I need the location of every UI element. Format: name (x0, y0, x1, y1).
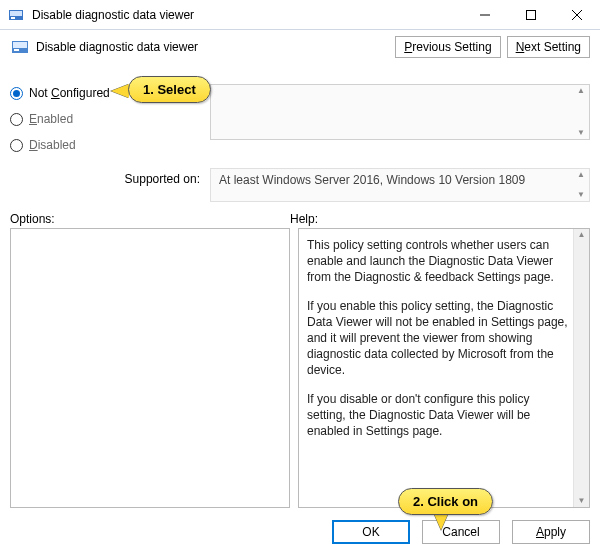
next-setting-button[interactable]: Next Setting (507, 36, 590, 58)
scrollbar[interactable]: ▲▼ (573, 169, 589, 201)
supported-on-label: Supported on: (10, 168, 210, 202)
scroll-down-icon[interactable]: ▼ (577, 189, 585, 201)
maximize-button[interactable] (508, 0, 554, 30)
annotation-tail-icon (434, 514, 448, 530)
radio-disabled[interactable]: Disabled (10, 138, 210, 152)
supported-on-text: At least Windows Server 2016, Windows 10… (219, 173, 525, 187)
app-icon (6, 5, 26, 25)
supported-row: Supported on: At least Windows Server 20… (0, 164, 600, 202)
section-labels: Options: Help: (0, 202, 600, 228)
annotation-click-on: 2. Click on (398, 488, 493, 515)
annotation-tail-icon (111, 84, 129, 98)
svg-rect-1 (10, 11, 22, 16)
scroll-up-icon[interactable]: ▲ (577, 169, 585, 181)
svg-rect-2 (11, 17, 15, 19)
radio-dot-icon (10, 113, 23, 126)
dialog-footer: OK Cancel Apply (0, 508, 600, 554)
help-paragraph: If you disable or don't configure this p… (307, 391, 571, 440)
apply-button[interactable]: Apply (512, 520, 590, 544)
help-paragraph: If you enable this policy setting, the D… (307, 298, 571, 379)
close-button[interactable] (554, 0, 600, 30)
help-panel: This policy setting controls whether use… (298, 228, 590, 508)
svg-rect-8 (13, 42, 27, 48)
scrollbar[interactable]: ▲▼ (573, 85, 589, 139)
scroll-up-icon[interactable]: ▲ (577, 85, 585, 97)
scroll-down-icon[interactable]: ▼ (577, 127, 585, 139)
panels: This policy setting controls whether use… (0, 228, 600, 508)
minimize-button[interactable] (462, 0, 508, 30)
policy-title: Disable diagnostic data viewer (36, 40, 198, 54)
options-label: Options: (10, 212, 290, 226)
ok-button[interactable]: OK (332, 520, 410, 544)
scroll-up-icon[interactable]: ▲ (578, 229, 586, 241)
svg-rect-4 (527, 10, 536, 19)
options-panel (10, 228, 290, 508)
annotation-select: 1. Select (128, 76, 211, 103)
comment-textarea[interactable]: ▲▼ (210, 84, 590, 140)
radio-enabled[interactable]: Enabled (10, 112, 210, 126)
svg-rect-9 (14, 49, 19, 51)
radio-dot-icon (10, 87, 23, 100)
scrollbar[interactable]: ▲▼ (573, 229, 589, 507)
help-paragraph: This policy setting controls whether use… (307, 237, 571, 286)
policy-header: Disable diagnostic data viewer Previous … (0, 30, 600, 64)
window-title: Disable diagnostic data viewer (32, 8, 194, 22)
supported-on-box: At least Windows Server 2016, Windows 10… (210, 168, 590, 202)
policy-icon (10, 37, 30, 57)
config-area: Not Configured Enabled Disabled Comment:… (0, 64, 600, 164)
radio-dot-icon (10, 139, 23, 152)
titlebar: Disable diagnostic data viewer (0, 0, 600, 30)
previous-setting-button[interactable]: Previous Setting (395, 36, 500, 58)
scroll-down-icon[interactable]: ▼ (578, 495, 586, 507)
help-label: Help: (290, 212, 590, 226)
